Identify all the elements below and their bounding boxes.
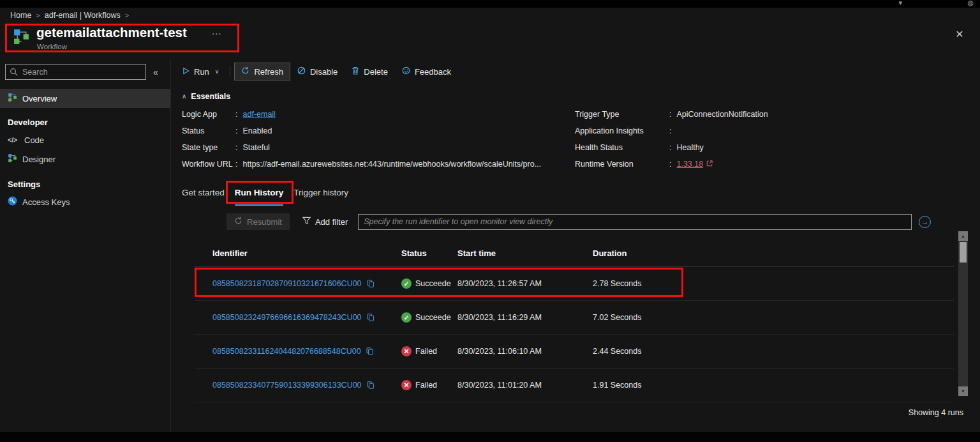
close-icon[interactable]: × <box>956 27 963 40</box>
essentials-title: Essentials <box>191 92 230 101</box>
field-label: Trigger Type <box>575 109 669 120</box>
run-start-time: 8/30/2023, 11:01:20 AM <box>457 381 593 390</box>
sidebar-search-input[interactable] <box>5 64 146 80</box>
resubmit-icon <box>234 217 242 227</box>
run-identifier-input[interactable] <box>358 214 912 230</box>
sidebar-section-settings: Settings <box>0 179 170 192</box>
code-icon: </> <box>8 136 19 144</box>
tab-trigger-history[interactable]: Trigger history <box>293 188 348 206</box>
sidebar-item-code[interactable]: </> Code <box>0 130 170 149</box>
scroll-down-icon[interactable]: ▼ <box>958 386 968 396</box>
colon: : <box>235 159 237 170</box>
state-type-value: Stateful <box>242 142 269 153</box>
disable-button[interactable]: Disable <box>290 63 345 80</box>
table-row: 08585082334077590133399306133CU00 Failed… <box>195 369 954 402</box>
runs-count-label: Showing 4 runs <box>195 402 963 417</box>
scrollbar-thumb[interactable] <box>960 242 967 263</box>
copy-icon[interactable] <box>366 279 375 288</box>
run-duration: 1.91 Seconds <box>593 381 954 390</box>
colon: : <box>669 126 671 137</box>
copy-icon[interactable] <box>366 347 374 356</box>
delete-button[interactable]: Delete <box>345 63 395 80</box>
delete-button-label: Delete <box>364 67 388 77</box>
sidebar-item-label: Code <box>24 135 44 145</box>
chevron-up-icon: ∧ <box>182 93 186 100</box>
colon: : <box>235 109 237 120</box>
essentials-row-app-insights: Application Insights : <box>575 126 768 137</box>
resubmit-button[interactable]: Resubmit <box>226 213 290 230</box>
open-monitor-arrow-icon[interactable]: → <box>919 216 931 228</box>
field-label: Runtime Version <box>575 159 669 170</box>
more-options-icon[interactable]: ... <box>212 26 222 36</box>
colon: : <box>669 109 671 120</box>
run-status-label: Succeeded <box>415 313 451 322</box>
add-filter-label: Add filter <box>315 217 348 227</box>
refresh-button[interactable]: Refresh <box>234 63 290 80</box>
disable-icon <box>297 66 306 77</box>
refresh-icon <box>241 66 249 77</box>
logic-app-link[interactable]: adf-email <box>242 109 275 120</box>
page-subtitle: Workflow <box>37 43 67 50</box>
breadcrumb-home-link[interactable]: Home <box>10 11 31 20</box>
tab-run-history[interactable]: Run History <box>235 188 284 206</box>
column-header-status[interactable]: Status <box>401 248 457 258</box>
essentials-header[interactable]: ∧ Essentials <box>172 84 980 104</box>
run-history-table: Identifier Status Start time Duration 08… <box>195 240 954 417</box>
page-header: getemailattachment-test ... Workflow × <box>0 23 980 59</box>
feedback-button-label: Feedback <box>415 67 451 77</box>
trash-icon <box>352 66 359 77</box>
sidebar-collapse-icon[interactable]: « <box>146 67 165 77</box>
runtime-version-link[interactable]: 1.33.18 <box>676 159 703 170</box>
field-label: Status <box>182 126 235 137</box>
run-identifier-link[interactable]: 08585082318702870910321671606CU00 <box>212 279 362 288</box>
table-row: 08585082331162404482076688548CU00 Failed… <box>195 335 954 369</box>
run-status-label: Failed <box>415 347 437 356</box>
failed-icon <box>401 380 412 390</box>
feedback-button[interactable]: Feedback <box>395 63 458 80</box>
tab-get-started[interactable]: Get started <box>182 188 225 206</box>
external-link-icon <box>706 159 713 170</box>
vertical-scrollbar[interactable]: ▲ ▼ <box>958 231 968 396</box>
bottom-bar <box>0 432 980 442</box>
sidebar-item-overview[interactable]: Overview <box>0 89 170 108</box>
add-filter-button[interactable]: Add filter <box>296 213 354 230</box>
breadcrumb-separator-icon: > <box>125 11 129 19</box>
sidebar-item-label: Designer <box>22 155 56 164</box>
sidebar-item-label: Overview <box>22 94 57 103</box>
column-header-identifier[interactable]: Identifier <box>195 248 401 258</box>
scroll-up-icon[interactable]: ▲ <box>958 231 968 241</box>
column-header-duration[interactable]: Duration <box>593 248 954 258</box>
essentials-panel: Logic App : adf-email Status : Enabled S… <box>172 104 980 180</box>
run-identifier-link[interactable]: 08585082334077590133399306133CU00 <box>212 381 362 390</box>
column-header-start-time[interactable]: Start time <box>457 248 593 258</box>
chevron-down-icon: ∨ <box>215 68 219 75</box>
colon: : <box>669 142 671 153</box>
sidebar-item-designer[interactable]: Designer <box>0 149 170 169</box>
essentials-row-trigger-type: Trigger Type : ApiConnectionNotification <box>575 109 768 120</box>
field-label: Health Status <box>575 142 669 153</box>
run-start-time: 8/30/2023, 11:06:10 AM <box>457 347 593 356</box>
topbar-account-icon[interactable]: ◍ <box>967 0 974 7</box>
filter-funnel-icon <box>302 217 311 227</box>
run-identifier-link[interactable]: 08585082331162404482076688548CU00 <box>212 347 361 356</box>
key-icon <box>8 196 17 208</box>
run-identifier-link[interactable]: 08585082324976696616369478243CU00 <box>212 313 362 322</box>
tab-bar: Get started Run History Trigger history <box>172 180 980 206</box>
copy-icon[interactable] <box>366 381 375 390</box>
essentials-row-workflow-url: Workflow URL : https://adf-email.azurewe… <box>182 159 575 170</box>
main-content: Run ∨ Refresh Disable Delete <box>172 59 980 432</box>
tab-label: Run History <box>235 188 284 197</box>
topbar-filter-icon[interactable]: ▾ <box>898 0 902 7</box>
workflow-mini-icon <box>8 93 17 104</box>
workflow-icon <box>13 28 30 48</box>
sidebar-item-access-keys[interactable]: Access Keys <box>0 192 170 211</box>
copy-icon[interactable] <box>366 313 375 322</box>
run-start-time: 8/30/2023, 11:16:29 AM <box>457 313 593 322</box>
top-bar: ▾ ◍ <box>0 0 980 8</box>
page-title: getemailattachment-test <box>36 25 187 40</box>
azure-portal-window: ▾ ◍ Home > adf-email | Workflows > getem… <box>0 0 980 442</box>
breadcrumb: Home > adf-email | Workflows > <box>0 8 980 23</box>
breadcrumb-workflows-link[interactable]: adf-email | Workflows <box>45 11 121 20</box>
run-button[interactable]: Run ∨ <box>175 63 226 80</box>
run-start-time: 8/30/2023, 11:26:57 AM <box>457 279 593 288</box>
